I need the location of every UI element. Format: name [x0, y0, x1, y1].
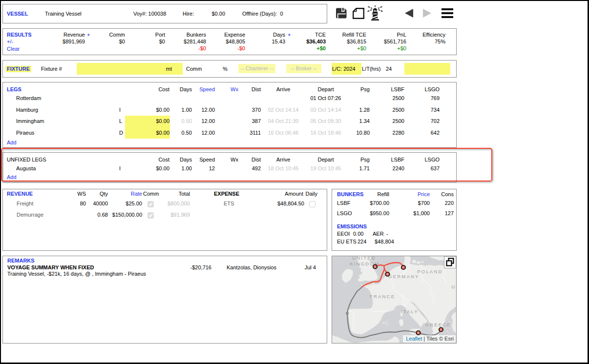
marker-immingham[interactable] — [373, 265, 377, 269]
remarks-amount: -$20,716 — [190, 264, 211, 271]
new-document-icon[interactable] — [353, 8, 364, 20]
pnl-delta: +$0 — [397, 45, 406, 52]
leg-port[interactable]: Immingham — [16, 118, 44, 124]
map-label-united: UNITED — [352, 256, 376, 261]
cargo-qty-input[interactable]: mt — [77, 63, 183, 75]
leg-type: L — [119, 118, 122, 124]
refill-tce-delta: +$0 — [357, 45, 366, 52]
expand-map-button[interactable] — [444, 256, 456, 268]
laycan-text: L/C: 2024 — [332, 66, 356, 72]
euets-value: 224 — [358, 239, 366, 245]
expense-delta: -$0 — [237, 45, 245, 52]
charterer-select[interactable]: -- Charterer -- — [238, 64, 275, 73]
legs-header-days: Days — [180, 86, 192, 93]
bunker-refill[interactable]: $950.00 — [370, 210, 389, 217]
leg-days[interactable]: 1.00 — [182, 107, 192, 113]
leg-speed[interactable]: 12.00 — [201, 130, 215, 136]
revenue-header-total: Total — [179, 191, 190, 197]
revenue-header-rate-link[interactable]: Rate — [131, 191, 142, 197]
vessel-name[interactable]: Training Vessel — [45, 11, 82, 17]
bunker-refill[interactable]: $700.00 — [370, 200, 389, 206]
bunker-price[interactable]: $1,000 — [413, 210, 430, 217]
results-plusminus-link[interactable]: +/- — [7, 39, 13, 45]
leg-port[interactable]: Piraeus — [16, 130, 34, 136]
revenue-row-label[interactable]: Freight — [17, 201, 33, 207]
leg-speed[interactable]: 12.00 — [201, 107, 215, 113]
fixture-extra-input[interactable] — [404, 63, 450, 75]
menu-icon[interactable] — [442, 8, 453, 20]
revenue-row-label[interactable]: Demurrage — [17, 212, 43, 218]
expense-row-label[interactable]: ETS — [224, 201, 234, 207]
eeoi-label: EEOI — [337, 231, 350, 237]
emissions-title: EMISSIONS — [337, 223, 367, 230]
leg-lsgo: 642 — [431, 130, 440, 136]
leg-lsbf: 2500 — [393, 107, 404, 113]
leg-cost[interactable]: $0.00 — [156, 107, 169, 113]
marker-augusta[interactable] — [417, 331, 421, 335]
marker-hamburg[interactable] — [401, 265, 405, 269]
remarks-panel[interactable]: REMARKS VOYAGE SUMMARY WHEN FIXED -$20,7… — [2, 256, 327, 344]
route-map[interactable]: UNITED KINGDOM POLAND GERMANY U FRANCE I… — [332, 256, 457, 344]
leg-depart: 05 Oct 09:30 — [299, 118, 353, 124]
leg-days[interactable]: 0.50 — [182, 118, 192, 124]
revenue-qty[interactable]: 0.68 — [98, 212, 108, 218]
hire-value[interactable]: $0.00 — [211, 11, 225, 17]
revenue-value: $891,969 — [63, 39, 85, 45]
vessel-link[interactable]: VESSEL — [7, 11, 28, 17]
daily-checkbox-unchecked[interactable] — [309, 201, 316, 207]
marker-rotterdam[interactable] — [386, 272, 390, 276]
leaflet-link[interactable]: Leaflet — [406, 336, 422, 342]
revenue-plus-link[interactable]: + — [87, 32, 90, 38]
fixture-number-label: Fixture # — [41, 66, 62, 72]
comm-checkbox-checked[interactable] — [147, 212, 154, 219]
legs-header-wx-link[interactable]: Wx — [225, 86, 244, 93]
comm-label: Comm — [186, 66, 202, 72]
revenue-qty[interactable]: 40000 — [93, 201, 108, 207]
refill-tce-value: $36,815 — [347, 39, 366, 45]
legs-header-lsgo: LSGO — [424, 86, 440, 93]
leg-lsbf: 2500 — [393, 118, 404, 124]
save-icon[interactable] — [336, 7, 347, 20]
laytime-value[interactable]: 24 — [386, 66, 392, 72]
results-clear-link[interactable]: Clear — [7, 46, 20, 52]
leg-port[interactable]: Hamburg — [16, 107, 38, 113]
leg-depart: 03 Oct 14:14 — [299, 107, 353, 113]
days-plus-link[interactable]: + — [288, 32, 291, 38]
leg-lsbf: 2500 — [393, 95, 404, 101]
voy-label: Voy#: — [133, 11, 147, 17]
bunker-price[interactable]: $700 — [418, 200, 430, 206]
remarks-date: Jul 4 — [305, 264, 316, 271]
forward-icon[interactable] — [423, 9, 431, 18]
marker-piraeus[interactable] — [439, 328, 443, 332]
legs-header-speed-link[interactable]: Speed — [199, 86, 215, 93]
revenue-rate[interactable]: $25.00 — [126, 201, 142, 207]
col-header-pnl: PnL — [397, 32, 406, 38]
leg-type: I — [119, 107, 121, 113]
offhire-value[interactable]: 0 — [280, 11, 283, 17]
laycan-field[interactable]: L/C: 2024 — [332, 63, 361, 75]
back-icon[interactable] — [405, 9, 413, 18]
voy-value[interactable]: 100038 — [148, 11, 167, 17]
bunkers-header-price-link[interactable]: Price — [418, 191, 430, 198]
comm-checkbox-checked[interactable] — [147, 201, 154, 207]
leg-speed[interactable]: 12.00 — [201, 118, 215, 124]
results-panel: RESULTS +/- Clear Revenue + $891,969 Com… — [2, 28, 457, 55]
leg-cost[interactable]: $0.00 — [156, 118, 169, 124]
map-label-italy: ITALY — [401, 309, 419, 314]
expense-header-amount: Amount — [285, 191, 303, 197]
legs-add-link[interactable]: Add — [7, 140, 17, 146]
leg-days[interactable]: 0.50 — [182, 130, 192, 136]
revenue-rate[interactable]: $150,000.00 — [112, 212, 142, 218]
leg-port[interactable]: Rotterdam — [16, 95, 41, 101]
remarks-author: Kantzolas, Dionysios — [227, 264, 276, 271]
broker-select[interactable]: -- Broker -- — [286, 64, 321, 73]
broker-placeholder: -- Broker -- — [291, 65, 316, 71]
leg-cost[interactable]: $0.00 — [156, 130, 169, 136]
revenue-total: $91,969 — [170, 212, 190, 218]
revenue-ws[interactable]: 80 — [80, 201, 86, 207]
expense-title: EXPENSE — [214, 191, 239, 197]
map-label-greece: GREECE — [425, 322, 451, 327]
lighthouse-icon[interactable] — [367, 5, 383, 21]
revenue-header-qty: Qty — [100, 191, 108, 197]
expense-amount[interactable]: $48,804.50 — [277, 201, 304, 207]
